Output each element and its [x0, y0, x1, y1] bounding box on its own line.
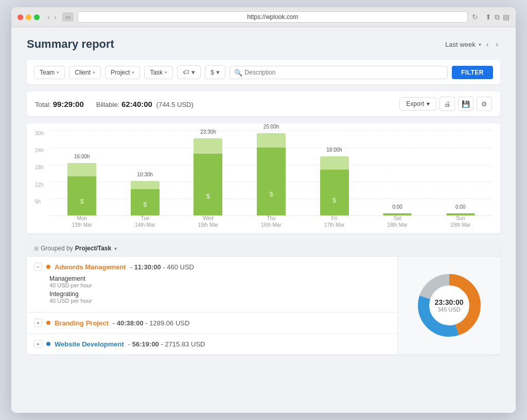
group-by-dropdown-button[interactable]: ▾ [113, 246, 118, 251]
forward-button[interactable]: › [52, 13, 58, 21]
bar-wed-billable [194, 154, 222, 215]
y-label-24: 24h [35, 148, 48, 153]
date-nav: Last week ▾ ‹ › [445, 39, 500, 49]
chart-area: 30h 24h 18h 12h 6h [27, 123, 500, 233]
x-label-sun: Sun19th Mar [429, 215, 492, 228]
share-button[interactable]: ⬆ [485, 13, 491, 22]
bar-mon: 16:00h $ [50, 163, 114, 215]
reload-icon[interactable]: ↻ [472, 13, 478, 21]
date-range-label: Last week [445, 41, 476, 48]
bar-wed-label: 23:30h [200, 129, 216, 135]
website-expand-button[interactable]: + [34, 340, 42, 348]
project-filter-button[interactable]: Project ▾ [105, 66, 140, 79]
grouped-body: − Adwords Management - 11:30:00 - 460 US… [27, 257, 500, 354]
x-label-wed: Wed15th Mar [177, 215, 240, 228]
chart-y-labels: 30h 24h 18h 12h 6h [35, 131, 50, 216]
next-week-button[interactable]: › [494, 39, 500, 49]
y-label-6: 6h [35, 199, 48, 205]
stats-total: Total: 99:29:00 [35, 100, 84, 108]
adwords-item-header: − Adwords Management - 11:30:00 - 460 US… [34, 263, 390, 271]
window-button[interactable]: ⧉ [495, 13, 500, 22]
settings-icon: ⚙ [481, 100, 487, 108]
date-dropdown-icon: ▾ [479, 42, 481, 47]
grouped-header: ⊞ Grouped by Project/Task ▾ [27, 241, 500, 257]
bar-tue-dollar: $ [143, 200, 147, 208]
billable-label: Billable: [96, 101, 120, 108]
sub-item-management: Management 40 USD per hour [49, 275, 390, 288]
x-label-tue: Tue14th Mar [114, 215, 177, 228]
task-filter-arrow: ▾ [165, 70, 167, 75]
billable-value: 62:40:00 [121, 100, 152, 108]
adwords-collapse-button[interactable]: − [34, 263, 42, 271]
client-filter-button[interactable]: Client ▾ [69, 66, 101, 79]
dollar-filter-button[interactable]: $ ▾ [205, 65, 225, 79]
dollar-icon: $ [210, 68, 214, 76]
print-button[interactable]: 🖨 [440, 97, 455, 111]
settings-button[interactable]: ⚙ [477, 97, 492, 111]
branding-meta: - 40:38:00 - 1289.06 USD [113, 319, 190, 327]
minimize-dot [26, 14, 31, 20]
bar-fri-billable [320, 170, 349, 215]
stats-left: Total: 99:29:00 Billable: 62:40:00 (744.… [35, 100, 194, 108]
tag-icon: 🏷 [183, 68, 189, 76]
bar-fri-dollar: $ [332, 196, 336, 204]
grouped-by-label: Grouped by [41, 245, 73, 252]
bar-fri: 18:00h $ [303, 156, 366, 215]
bar-fri-label: 18:00h [326, 147, 342, 153]
team-filter-button[interactable]: Team ▾ [34, 66, 65, 79]
tag-filter-button[interactable]: 🏷 ▾ [177, 65, 201, 79]
page-header: Summary report Last week ▾ ‹ › [27, 38, 500, 51]
project-filter-label: Project [111, 69, 130, 76]
sub-item-management-rate: 40 USD per hour [49, 282, 390, 288]
grouped-section: ⊞ Grouped by Project/Task ▾ − Adwords Ma… [27, 241, 500, 354]
adwords-meta: - 11:30:00 - 460 USD [130, 263, 194, 271]
save-button[interactable]: 💾 [458, 97, 473, 111]
bar-wed: 23:30h $ [177, 138, 240, 215]
url-bar[interactable] [78, 11, 468, 23]
bar-mon-nonbillable [67, 163, 96, 176]
team-filter-arrow: ▾ [57, 70, 59, 75]
branding-expand-button[interactable]: + [34, 319, 42, 327]
sidebar-button[interactable]: ▤ [503, 13, 510, 22]
export-button[interactable]: Export ▾ [399, 97, 436, 111]
x-label-mon: Mon13th Mar [50, 215, 114, 228]
y-label-30: 30h [35, 131, 48, 136]
client-filter-arrow: ▾ [93, 70, 95, 75]
list-item: + Branding Project - 40:38:00 - 1289.06 … [27, 313, 397, 334]
sub-item-integrating-rate: 40 USD per hour [49, 298, 390, 304]
page-title: Summary report [27, 38, 114, 51]
export-arrow-icon: ▾ [427, 100, 430, 107]
bar-thu: 25:00h $ [240, 133, 303, 215]
bar-sun-label: 0:00 [455, 204, 465, 210]
stats-row: Total: 99:29:00 Billable: 62:40:00 (744.… [27, 92, 500, 116]
billable-usd: (744.5 USD) [156, 101, 194, 108]
prev-week-button[interactable]: ‹ [484, 39, 491, 49]
bar-sat-label: 0:00 [392, 204, 402, 210]
list-item: − Adwords Management - 11:30:00 - 460 US… [27, 257, 397, 313]
website-dot [46, 342, 50, 346]
adwords-name: Adwords Management [55, 263, 126, 271]
bar-thu-label: 25:00h [264, 124, 279, 130]
project-filter-arrow: ▾ [132, 70, 134, 75]
filter-apply-button[interactable]: FILTER [452, 66, 493, 79]
sub-item-integrating: Integrating 40 USD per hour [49, 290, 390, 304]
bar-mon-label: 16:00h [74, 154, 90, 159]
donut-container: 23:30:00 345 USD [397, 257, 500, 354]
bar-tue-stack [131, 181, 160, 215]
task-filter-button[interactable]: Task ▾ [144, 66, 173, 79]
client-filter-label: Client [75, 69, 91, 76]
save-icon: 💾 [462, 100, 470, 108]
back-button[interactable]: ‹ [46, 13, 51, 21]
bar-tue-nonbillable [131, 181, 160, 189]
description-search-input[interactable] [230, 66, 448, 79]
search-wrap: 🔍 [230, 66, 448, 79]
tab-control-button[interactable]: ▭ [62, 12, 74, 22]
stats-actions: Export ▾ 🖨 💾 ⚙ [399, 97, 492, 111]
bar-tue: 10:30h $ [114, 181, 177, 215]
group-plus-icon: ⊞ [34, 245, 39, 252]
group-by-value: Project/Task [75, 245, 111, 252]
chart-bars-container: 16:00h $ 10:30h $ [50, 131, 492, 216]
bar-thu-dollar: $ [269, 190, 273, 198]
donut-center-time: 23:30:00 [434, 298, 463, 306]
browser-bar: ‹ › ▭ ↻ ⬆ ⧉ ▤ [11, 7, 516, 27]
